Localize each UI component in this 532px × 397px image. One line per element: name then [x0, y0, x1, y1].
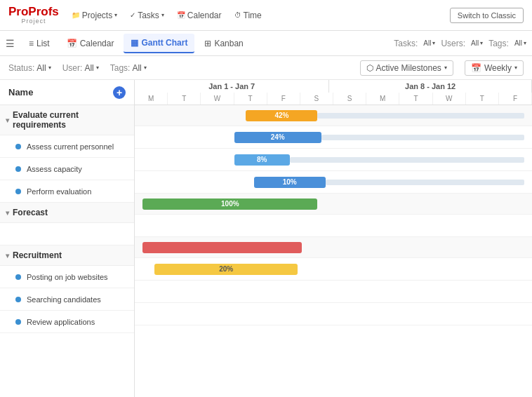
day-T4: T: [466, 93, 499, 105]
chevron-icon: ▾: [6, 252, 9, 260]
chevron-icon: ▾: [6, 209, 9, 217]
tags-row-filter[interactable]: Tags: All ▾: [110, 63, 147, 73]
day-S1: S: [300, 93, 333, 105]
gantt-panel: Jan 1 - Jan 7 Jan 8 - Jan 12 M T W T F S…: [135, 80, 532, 397]
tab-gantt-chart[interactable]: ▦ Gantt Chart: [124, 34, 194, 53]
gantt-header: Jan 1 - Jan 7 Jan 8 - Jan 12 M T W T F S…: [135, 80, 532, 105]
task-posting[interactable]: Posting on job websites: [0, 266, 134, 288]
milestone-button[interactable]: ⬡ Active Milestones ▾: [360, 60, 453, 76]
name-header: Name +: [0, 80, 134, 105]
tab-calendar[interactable]: 📅 Calendar: [60, 34, 121, 53]
calendar-small-icon: 📅: [471, 63, 481, 73]
task-perform-evaluation[interactable]: Perform evaluation: [0, 180, 134, 203]
top-nav: ProProfs Project 📁 Projects ▾ ✓ Tasks ▾ …: [0, 0, 532, 31]
milestone-icon: ⬡: [366, 63, 373, 73]
day-M1: M: [135, 93, 168, 105]
gantt-row-posting: 20%: [135, 258, 532, 281]
period-jan8: Jan 8 - Jan 12: [329, 80, 532, 93]
filter-row: Status: All ▾ User: All ▾ Tags: All ▾ ⬡ …: [0, 56, 532, 80]
add-task-button[interactable]: +: [113, 86, 126, 99]
kanban-icon: ⊞: [204, 39, 211, 48]
period-jan1: Jan 1 - Jan 7: [135, 80, 329, 93]
day-W1: W: [201, 93, 234, 105]
gantt-row-forecast: 100%: [135, 194, 532, 215]
task-dot: [15, 319, 21, 325]
gantt-row-assess-capacity: 8%: [135, 149, 532, 171]
users-filter[interactable]: All ▾: [471, 39, 483, 47]
main-area: Name + ▾ Evaluate current requirements A…: [0, 80, 532, 397]
task-dot: [15, 144, 21, 149]
day-M2: M: [366, 93, 399, 105]
left-panel: Name + ▾ Evaluate current requirements A…: [0, 80, 135, 397]
nav-time[interactable]: ⏱ Time: [234, 11, 262, 20]
day-F1: F: [267, 93, 300, 105]
task-assess-capacity[interactable]: Assess capacity: [0, 158, 134, 180]
bar-evaluate-main: 42%: [246, 110, 317, 121]
task-assess-personnel[interactable]: Assess current personnel: [0, 135, 134, 158]
day-S2: S: [333, 93, 366, 105]
bar-assess-personnel-trail: [321, 135, 524, 140]
gantt-row-searching: [135, 281, 532, 303]
group-recruitment[interactable]: ▾ Recruitment: [0, 245, 134, 266]
bar-assess-capacity-trail: [290, 157, 524, 163]
calendar-icon: 📅: [67, 39, 77, 48]
group-evaluate[interactable]: ▾ Evaluate current requirements: [0, 105, 134, 135]
day-T2: T: [234, 93, 267, 105]
bar-forecast: 100%: [142, 198, 317, 210]
tasks-filter[interactable]: All ▾: [423, 39, 435, 47]
task-review[interactable]: Review applications: [0, 311, 134, 333]
day-F2: F: [499, 93, 532, 105]
logo: ProProfs Project: [8, 6, 59, 25]
gantt-icon: ▦: [131, 38, 138, 48]
gantt-row-review: [135, 303, 532, 325]
task-dot: [15, 166, 21, 172]
gantt-row-forecast-empty: [135, 215, 532, 237]
nav-calendar[interactable]: 📅 Calendar: [177, 11, 222, 20]
period-header: Jan 1 - Jan 7 Jan 8 - Jan 12: [135, 80, 532, 93]
nav-projects[interactable]: 📁 Projects ▾: [72, 11, 117, 20]
status-filter[interactable]: Status: All ▾: [8, 63, 51, 73]
bar-assess-capacity: 8%: [234, 154, 290, 166]
nav-tasks[interactable]: ✓ Tasks ▾: [130, 11, 164, 20]
gantt-row-assess-personnel: 24%: [135, 126, 532, 149]
task-dot: [15, 297, 21, 302]
bar-evaluate-trail: [317, 113, 524, 119]
bar-posting: 20%: [154, 264, 298, 275]
gantt-row-recruitment: [135, 237, 532, 258]
logo-text: ProProfs: [8, 6, 59, 18]
switch-classic-button[interactable]: Switch to Classic: [450, 8, 524, 23]
bar-assess-personnel: 24%: [234, 132, 322, 143]
task-dot: [15, 189, 21, 194]
user-filter[interactable]: User: All ▾: [62, 63, 99, 73]
bar-recruitment: [142, 242, 301, 253]
gantt-body: 42% 24% 8%: [135, 105, 532, 325]
tab-filters: Tasks: All ▾ Users: All ▾ Tags: All ▾: [394, 39, 526, 48]
list-icon: ≡: [29, 39, 34, 48]
bar-perform-eval: 10%: [254, 177, 326, 188]
group-forecast[interactable]: ▾ Forecast: [0, 203, 134, 223]
forecast-empty-row: [0, 223, 134, 245]
chevron-icon: ▾: [6, 116, 9, 124]
hamburger-icon[interactable]: ☰: [6, 38, 15, 49]
day-header: M T W T F S S M T W T F: [135, 93, 532, 105]
tags-filter[interactable]: All ▾: [514, 39, 526, 47]
logo-subtext: Project: [21, 18, 46, 25]
tab-kanban[interactable]: ⊞ Kanban: [197, 34, 250, 53]
tab-bar: ☰ ≡ List 📅 Calendar ▦ Gantt Chart ⊞ Kanb…: [0, 31, 532, 56]
task-searching[interactable]: Searching candidates: [0, 288, 134, 311]
gantt-row-perform-eval: 10%: [135, 171, 532, 194]
tab-list[interactable]: ≡ List: [22, 34, 57, 53]
bar-perform-eval-trail: [326, 180, 524, 185]
weekly-button[interactable]: 📅 Weekly ▾: [465, 60, 524, 76]
day-T3: T: [399, 93, 432, 105]
task-dot: [15, 274, 21, 280]
day-W2: W: [433, 93, 466, 105]
gantt-row-evaluate: 42%: [135, 105, 532, 126]
day-T1: T: [168, 93, 201, 105]
